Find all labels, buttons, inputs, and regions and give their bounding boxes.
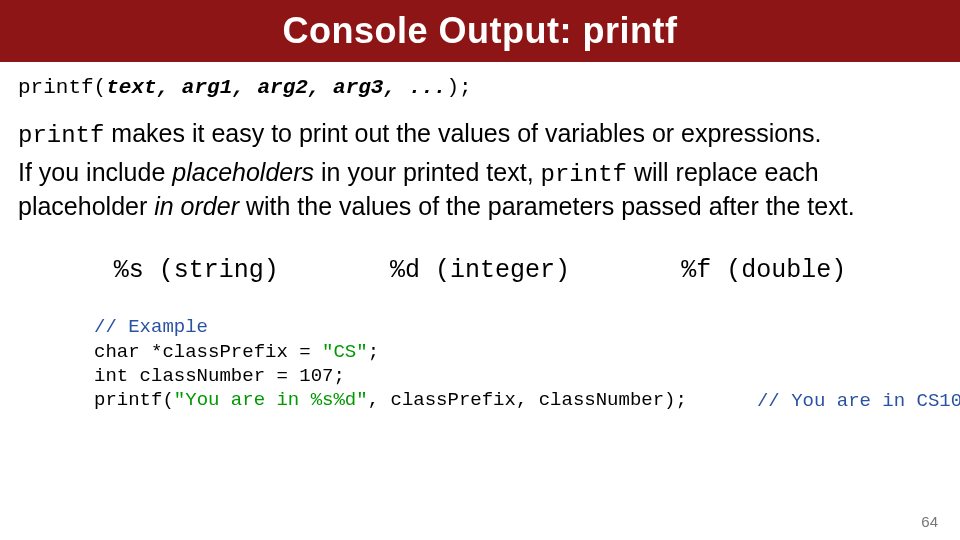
page-number: 64	[921, 513, 938, 530]
title-bar: Console Output: printf	[0, 0, 960, 62]
para1-mono: printf	[18, 122, 104, 149]
para2-inorder: in order	[154, 192, 239, 220]
code-line-2c: ;	[368, 341, 379, 363]
slide-title: Console Output: printf	[283, 10, 678, 52]
paragraph-1: printf makes it easy to print out the va…	[18, 117, 942, 152]
signature-args: text, arg1, arg2, arg3, ...	[106, 76, 446, 99]
printf-signature: printf(text, arg1, arg2, arg3, ...);	[18, 76, 942, 99]
example-output: // You are in CS107	[757, 390, 960, 413]
para2-placeholders: placeholders	[172, 158, 314, 186]
placeholders-row: %s (string) %d (integer) %f (double)	[58, 256, 902, 285]
para2-t1: If you include	[18, 158, 172, 186]
slide: Console Output: printf printf(text, arg1…	[0, 0, 960, 540]
slide-content: printf(text, arg1, arg2, arg3, ...); pri…	[0, 62, 960, 413]
code-line-4c: , classPrefix, classNumber);	[368, 389, 687, 411]
placeholder-string: %s (string)	[114, 256, 279, 285]
para1-text: makes it easy to print out the values of…	[104, 119, 821, 147]
code-comment: // Example	[94, 316, 208, 338]
signature-tail: );	[446, 76, 471, 99]
example-block: // Example char *classPrefix = "CS"; int…	[94, 315, 942, 412]
para2-t3: in your printed text,	[314, 158, 541, 186]
code-line-4b: "You are in %s%d"	[174, 389, 368, 411]
paragraph-2: If you include placeholders in your prin…	[18, 156, 942, 223]
placeholder-integer: %d (integer)	[390, 256, 570, 285]
signature-fn: printf(	[18, 76, 106, 99]
code-line-3: int classNumber = 107;	[94, 365, 345, 387]
para2-printf: printf	[541, 161, 627, 188]
code-line-4a: printf(	[94, 389, 174, 411]
example-code: // Example char *classPrefix = "CS"; int…	[94, 315, 687, 412]
code-line-2a: char *classPrefix =	[94, 341, 322, 363]
para2-t7: with the values of the parameters passed…	[239, 192, 855, 220]
placeholder-double: %f (double)	[681, 256, 846, 285]
code-line-2b: "CS"	[322, 341, 368, 363]
